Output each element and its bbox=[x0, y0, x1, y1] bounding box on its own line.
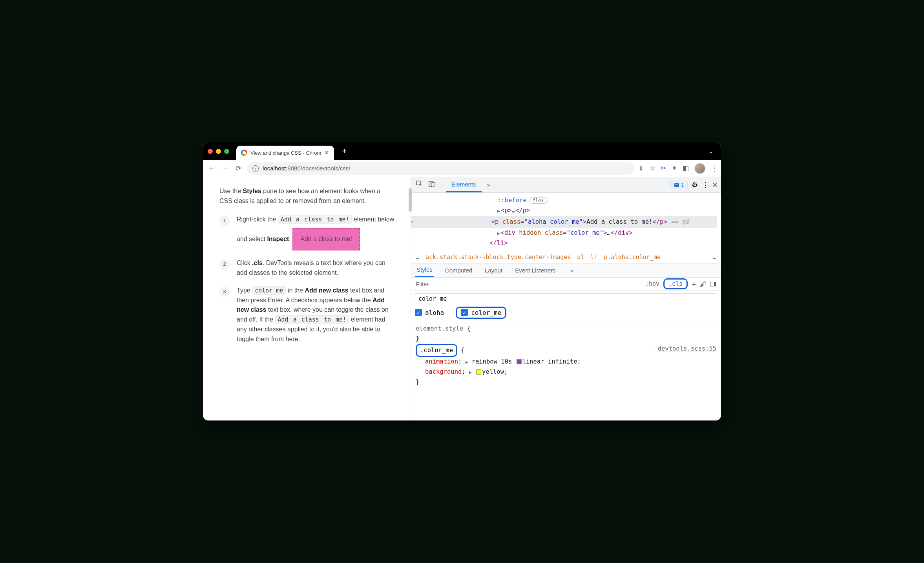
checkbox-checked-icon[interactable]: ✓ bbox=[461, 309, 468, 316]
chrome-menu-icon[interactable]: ⋮ bbox=[711, 164, 717, 173]
device-toggle-icon[interactable] bbox=[427, 181, 438, 189]
dom-tree[interactable]: ::beforeflex ▶<p>…</p> ⋯ <p class="aloha… bbox=[411, 193, 721, 251]
profile-avatar[interactable] bbox=[694, 163, 705, 174]
site-info-icon[interactable]: i bbox=[252, 165, 259, 172]
url-box[interactable]: i localhost:8080/docs/devtools/css/ bbox=[247, 162, 634, 175]
content-area: Use the Styles pane to see how an elemen… bbox=[203, 177, 721, 420]
event-listeners-subtab[interactable]: Event Listeners bbox=[513, 263, 557, 277]
svg-rect-4 bbox=[675, 185, 678, 185]
elements-tab[interactable]: Elements bbox=[446, 177, 482, 192]
easing-swatch-icon[interactable] bbox=[517, 359, 522, 364]
add-new-class-input[interactable] bbox=[415, 293, 717, 304]
class-editor: ✓ aloha ✓ color_me bbox=[411, 291, 721, 322]
hov-toggle[interactable]: :hov bbox=[645, 280, 659, 287]
svg-rect-2 bbox=[432, 183, 435, 187]
devtools-tab-bar: Elements » 1 ⚙ ⋮ ✕ bbox=[411, 177, 721, 193]
css-declaration[interactable]: animation: ▶ rainbow 10s linear infinite… bbox=[416, 357, 716, 367]
tab-close-icon[interactable]: ✕ bbox=[324, 149, 329, 156]
address-bar: ← → ⟳ i localhost:8080/docs/devtools/css… bbox=[203, 160, 721, 177]
styles-filter-row: :hov .cls + 🖌 bbox=[411, 278, 721, 291]
computed-styles-icon[interactable]: 🖌 bbox=[700, 280, 706, 288]
toggle-sidebar-icon[interactable] bbox=[710, 281, 717, 287]
crumb-ellipsis[interactable]: … bbox=[713, 254, 716, 261]
intro-paragraph: Use the Styles pane to see how an elemen… bbox=[219, 186, 395, 206]
css-selector[interactable]: .color_me bbox=[416, 344, 457, 357]
inspect-element-icon[interactable] bbox=[414, 181, 425, 189]
element-style-label: element.style bbox=[416, 325, 463, 332]
step-number: 2 bbox=[219, 259, 230, 269]
checkbox-checked-icon[interactable]: ✓ bbox=[415, 309, 422, 316]
svg-rect-5 bbox=[675, 186, 677, 186]
css-declaration[interactable]: background: ▶ yellow; bbox=[416, 367, 716, 377]
step-3: 3 Type color_me in the Add new class tex… bbox=[219, 286, 395, 344]
selected-dom-node[interactable]: ⋯ <p class="aloha color_me">Add a class … bbox=[411, 216, 717, 228]
step-number: 3 bbox=[219, 287, 230, 297]
svg-rect-3 bbox=[674, 183, 679, 187]
expand-triangle-icon[interactable]: ▶ bbox=[497, 231, 500, 236]
css-rules[interactable]: element.style { } .color_me { _devtools.… bbox=[411, 322, 721, 390]
new-tab-button[interactable]: + bbox=[337, 147, 351, 156]
tab-title: View and change CSS - Chrom bbox=[250, 150, 321, 156]
flex-badge[interactable]: flex bbox=[529, 197, 548, 204]
browser-tab[interactable]: View and change CSS - Chrom ✕ bbox=[236, 146, 334, 160]
css-source-link[interactable]: _devtools.scss:55 bbox=[654, 344, 716, 357]
close-window-button[interactable] bbox=[208, 149, 213, 154]
page-content: Use the Styles pane to see how an elemen… bbox=[203, 177, 411, 420]
step-1: 1 Right-click the Add a class to me! ele… bbox=[219, 215, 395, 251]
extensions-puzzle-icon[interactable]: ✦ bbox=[672, 164, 677, 172]
step-2: 2 Click .cls. DevTools reveals a text bo… bbox=[219, 258, 395, 278]
chrome-favicon-icon bbox=[241, 150, 247, 156]
forward-button[interactable]: → bbox=[220, 164, 230, 172]
color-swatch-icon[interactable] bbox=[476, 369, 481, 375]
settings-gear-icon[interactable]: ⚙ bbox=[692, 181, 698, 189]
styles-subtabs: Styles Computed Layout Event Listeners » bbox=[411, 263, 721, 278]
issues-badge[interactable]: 1 bbox=[670, 181, 688, 189]
computed-subtab[interactable]: Computed bbox=[444, 263, 474, 277]
devtools-close-icon[interactable]: ✕ bbox=[712, 181, 718, 189]
class-checkbox-color-me[interactable]: ✓ color_me bbox=[456, 307, 506, 319]
crumb-ellipsis[interactable]: … bbox=[416, 254, 419, 261]
chrome-window: View and change CSS - Chrom ✕ + ⌄ ← → ⟳ … bbox=[203, 143, 721, 420]
more-subtabs-icon[interactable]: » bbox=[567, 267, 578, 274]
code-chip: Add a class to me! bbox=[275, 315, 349, 324]
styles-subtab[interactable]: Styles bbox=[415, 263, 434, 277]
code-chip: color_me bbox=[252, 286, 286, 295]
side-panel-icon[interactable]: ◧ bbox=[683, 164, 689, 172]
reload-button[interactable]: ⟳ bbox=[234, 164, 243, 173]
more-tabs-icon[interactable]: » bbox=[483, 181, 494, 188]
back-button[interactable]: ← bbox=[207, 164, 216, 172]
traffic-lights bbox=[208, 149, 229, 154]
class-checkbox-aloha[interactable]: ✓ aloha bbox=[415, 307, 444, 319]
cls-toggle[interactable]: .cls bbox=[663, 278, 688, 289]
scissors-icon[interactable]: ✂ bbox=[661, 164, 666, 172]
tab-bar: View and change CSS - Chrom ✕ + ⌄ bbox=[203, 143, 721, 160]
maximize-window-button[interactable] bbox=[224, 149, 229, 154]
url-text: localhost:8080/docs/devtools/css/ bbox=[263, 165, 350, 172]
minimize-window-button[interactable] bbox=[216, 149, 221, 154]
devtools-menu-icon[interactable]: ⋮ bbox=[702, 181, 708, 189]
code-chip: Add a class to me! bbox=[278, 215, 352, 224]
step-number: 1 bbox=[219, 216, 230, 226]
expand-triangle-icon[interactable]: ▶ bbox=[497, 208, 500, 214]
tab-list-chevron-icon[interactable]: ⌄ bbox=[709, 148, 713, 154]
new-style-rule-icon[interactable]: + bbox=[692, 280, 696, 288]
demo-add-class-box[interactable]: Add a class to me! bbox=[292, 228, 360, 250]
dom-breadcrumb[interactable]: … ack.stack.stack--block.type.center-ima… bbox=[411, 251, 721, 263]
layout-subtab[interactable]: Layout bbox=[483, 263, 504, 277]
bookmark-star-icon[interactable]: ☆ bbox=[649, 164, 655, 172]
devtools-panel: Elements » 1 ⚙ ⋮ ✕ ::beforeflex ▶<p>…</p… bbox=[411, 177, 721, 420]
share-icon[interactable]: ⇪ bbox=[638, 164, 644, 172]
styles-filter-input[interactable] bbox=[411, 281, 645, 287]
